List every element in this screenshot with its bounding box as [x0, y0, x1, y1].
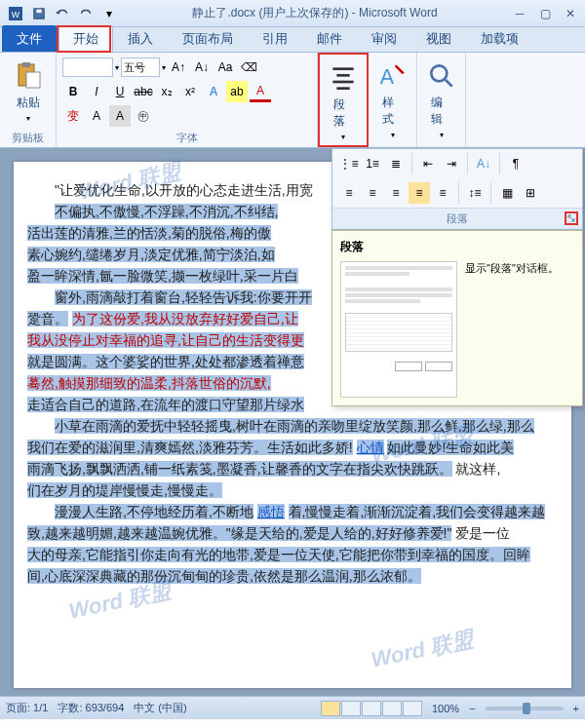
undo-icon[interactable] — [53, 4, 72, 23]
group-styles: A 样式 ▾ — [369, 53, 417, 147]
word-app-icon[interactable]: W — [6, 4, 25, 23]
font-name-combo[interactable] — [62, 57, 113, 77]
zoom-out-icon[interactable]: − — [469, 703, 475, 714]
tab-insert[interactable]: 插入 — [113, 25, 168, 52]
tab-home[interactable]: 开始 — [58, 25, 113, 52]
char-shading-icon[interactable]: A — [109, 105, 131, 127]
char-border-icon[interactable]: A — [86, 105, 107, 127]
font-group-label: 字体 — [62, 129, 311, 145]
align-right-icon[interactable]: ≡ — [385, 182, 407, 204]
zoom-thumb[interactable] — [523, 703, 530, 714]
fullscreen-view-icon[interactable] — [341, 701, 361, 716]
flyout-label-text: 段落 — [447, 212, 468, 224]
shading-icon[interactable]: ▦ — [496, 182, 518, 204]
tab-layout[interactable]: 页面布局 — [168, 25, 248, 52]
ribbon: 粘贴 ▾ 剪贴板 ▾ 五号 ▾ A↑ A↓ Aa ⌫ B I U abc x — [0, 53, 585, 148]
paragraph-tooltip: 段落 显示"段落"对话框。 — [332, 230, 583, 406]
tooltip-text: 显示"段落"对话框。 — [465, 261, 559, 398]
hyperlink-xinqing[interactable]: 心情 — [357, 440, 384, 455]
sort-icon[interactable]: A↓ — [473, 153, 494, 174]
view-buttons — [321, 701, 422, 716]
doc-text: 就是圆满。这个婆娑的世界,处处都渗透着禅意 — [27, 354, 304, 369]
bold-icon[interactable]: B — [62, 81, 84, 102]
borders-icon[interactable]: ⊞ — [520, 182, 541, 204]
dropdown-icon: ▾ — [391, 131, 395, 139]
styles-button[interactable]: A 样式 ▾ — [374, 57, 410, 143]
grow-font-icon[interactable]: A↑ — [168, 57, 189, 78]
shrink-font-icon[interactable]: A↓ — [191, 57, 213, 78]
minimize-icon[interactable]: ─ — [511, 6, 528, 21]
subscript-icon[interactable]: x₂ — [156, 81, 177, 102]
tab-view[interactable]: 视图 — [411, 25, 466, 52]
tab-file[interactable]: 文件 — [2, 25, 57, 52]
align-center-icon[interactable]: ≡ — [362, 182, 383, 204]
print-layout-view-icon[interactable] — [321, 701, 340, 716]
paragraph-dialog-launcher[interactable] — [565, 211, 578, 225]
tab-references[interactable]: 引用 — [248, 25, 302, 52]
language-indicator[interactable]: 中文 (中国) — [134, 701, 186, 715]
doc-text: 我们在爱的滋润里,清爽嫣然,淡雅芬芳。生活如此多娇! — [27, 440, 353, 455]
multilevel-icon[interactable]: ≣ — [385, 153, 407, 174]
save-icon[interactable] — [29, 4, 49, 23]
zoom-slider[interactable] — [486, 707, 564, 710]
word-count[interactable]: 字数: 693/694 — [58, 701, 124, 715]
page-indicator[interactable]: 页面: 1/1 — [6, 701, 48, 715]
paste-button[interactable]: 粘贴 ▾ — [6, 57, 50, 127]
editing-button[interactable]: 编辑 ▾ — [423, 57, 459, 143]
window-controls: ─ ▢ ✕ — [511, 6, 579, 21]
change-case-icon[interactable]: Aa — [214, 57, 236, 78]
clear-format-icon[interactable]: ⌫ — [238, 57, 259, 78]
paragraph-button[interactable]: 段落 ▾ — [326, 58, 361, 145]
strikethrough-icon[interactable]: abc — [133, 81, 154, 102]
tooltip-preview-image — [340, 261, 457, 398]
decrease-indent-icon[interactable]: ⇤ — [417, 153, 439, 174]
highlight-icon[interactable]: ab — [226, 81, 248, 102]
dropdown-icon: ▾ — [440, 131, 444, 139]
justify-icon[interactable]: ≡ — [409, 182, 430, 204]
font-color-icon[interactable]: A — [250, 81, 271, 102]
distribute-icon[interactable]: ≡ — [432, 182, 453, 204]
zoom-in-icon[interactable]: + — [573, 703, 579, 714]
hyperlink-ganwu[interactable]: 感悟 — [257, 504, 285, 519]
clipboard-group-label: 剪贴板 — [6, 129, 50, 145]
zoom-level[interactable]: 100% — [432, 703, 459, 714]
doc-text: 为了这份爱,我从没放弃好好爱自己,让 — [72, 311, 298, 326]
doc-text: 大的母亲,它能指引你走向有光的地带,爱是一位天使,它能把你带到幸福的国度。回眸 — [27, 547, 530, 562]
title-bar: W ▾ 静止了.docx (用户上次保存的) - Microsoft Word … — [0, 0, 585, 27]
underline-icon[interactable]: U — [109, 81, 131, 102]
styles-icon: A — [377, 60, 409, 92]
align-left-icon[interactable]: ≡ — [338, 182, 360, 204]
paragraph-label: 段落 — [333, 96, 353, 130]
line-spacing-icon[interactable]: ↕≡ — [464, 182, 486, 204]
tab-review[interactable]: 审阅 — [357, 25, 411, 52]
qat-dropdown-icon[interactable]: ▾ — [99, 4, 119, 23]
styles-label: 样式 — [382, 95, 403, 128]
superscript-icon[interactable]: x² — [179, 81, 201, 102]
outline-view-icon[interactable] — [382, 701, 402, 716]
tab-addins[interactable]: 加载项 — [466, 25, 533, 52]
doc-text: 间,心底深深典藏的那份沉甸甸的珍贵,依然是那么温润,那么浓郁。 — [27, 568, 421, 584]
pinyin-icon[interactable]: 变 — [62, 105, 84, 127]
maximize-icon[interactable]: ▢ — [536, 6, 554, 21]
tab-mailings[interactable]: 邮件 — [302, 25, 357, 52]
numbering-icon[interactable]: 1≡ — [362, 153, 383, 174]
svg-rect-5 — [22, 62, 30, 67]
text-effects-icon[interactable]: A — [203, 81, 224, 102]
group-editing: 编辑 ▾ — [417, 53, 466, 147]
close-icon[interactable]: ✕ — [562, 6, 579, 21]
increase-indent-icon[interactable]: ⇥ — [441, 153, 462, 174]
italic-icon[interactable]: I — [86, 81, 107, 102]
status-bar: 页面: 1/1 字数: 693/694 中文 (中国) 100% − + — [0, 696, 585, 719]
doc-text: 活出莲的清雅,兰的恬淡,菊的脱俗,梅的傲 — [27, 225, 271, 241]
align-center-icon — [328, 62, 359, 94]
paste-label: 粘贴 — [17, 95, 40, 111]
font-size-combo[interactable]: 五号 — [121, 57, 160, 77]
bullets-icon[interactable]: ⋮≡ — [338, 153, 360, 174]
web-layout-view-icon[interactable] — [362, 701, 381, 716]
show-marks-icon[interactable]: ¶ — [505, 153, 526, 174]
redo-icon[interactable] — [76, 4, 96, 23]
draft-view-icon[interactable] — [403, 701, 422, 716]
enclose-char-icon[interactable]: ㊥ — [133, 105, 154, 127]
group-clipboard: 粘贴 ▾ 剪贴板 — [0, 53, 57, 147]
doc-text: 跫音。 — [27, 311, 68, 326]
